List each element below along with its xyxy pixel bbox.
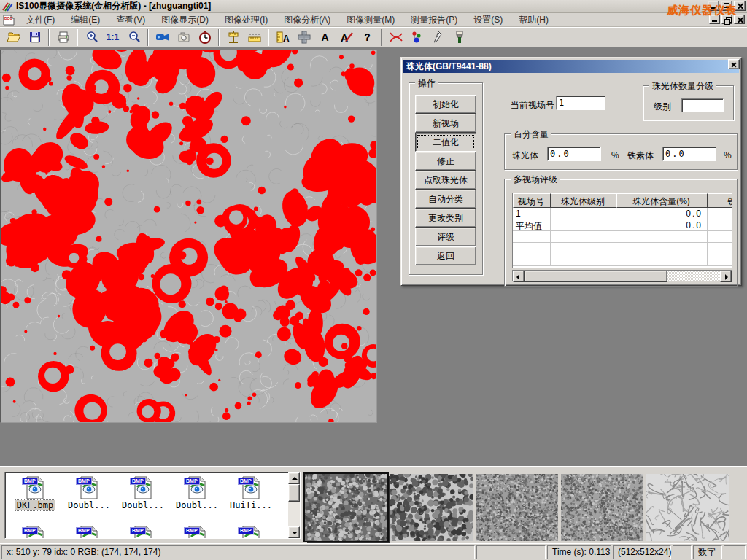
- scroll-down-button[interactable]: [288, 526, 300, 538]
- table-row[interactable]: [513, 254, 732, 266]
- open-button[interactable]: [4, 28, 23, 47]
- actual-size-button[interactable]: 1:1: [103, 28, 123, 47]
- merge-grid-button[interactable]: [294, 28, 314, 47]
- grading-group-label: 珠光体数量分级: [649, 80, 716, 93]
- change-class-button[interactable]: 更改类别: [415, 209, 476, 228]
- scrollbar-thumb[interactable]: [525, 271, 667, 282]
- table-row[interactable]: [513, 243, 732, 254]
- zoom-out-button[interactable]: [124, 28, 144, 47]
- help-icon: ?: [364, 31, 371, 43]
- table-hscrollbar[interactable]: [512, 270, 732, 281]
- dialog-close-button[interactable]: [728, 59, 740, 69]
- file-item[interactable]: BMP: [116, 525, 170, 539]
- brush-icon: [452, 30, 467, 44]
- thumbnail[interactable]: [646, 474, 729, 541]
- current-field-input[interactable]: [556, 96, 605, 110]
- new-field-button[interactable]: 新视场: [415, 114, 476, 133]
- snapshot-button[interactable]: [174, 28, 193, 47]
- col-field-no: 视场号: [513, 193, 551, 208]
- scrollbar-thumb[interactable]: [288, 484, 300, 502]
- picker-pen-button[interactable]: [428, 28, 448, 47]
- print-button[interactable]: [53, 28, 73, 47]
- save-button[interactable]: [25, 28, 44, 47]
- table-row[interactable]: 1 0.0: [513, 208, 732, 219]
- scroll-left-button[interactable]: [513, 271, 525, 282]
- rating-table[interactable]: 视场号 珠光体级别 珠光体含量(%) 铁素体含量(%) 1 0.0 平均值 0.…: [512, 192, 732, 268]
- video-capture-button[interactable]: [152, 28, 172, 47]
- thumbnail[interactable]: [476, 474, 558, 541]
- file-item[interactable]: BMP Doubl...: [170, 475, 224, 510]
- zoom-in-button[interactable]: [82, 28, 101, 47]
- menu-file[interactable]: 文件(F): [18, 13, 63, 27]
- menu-measure-report[interactable]: 测量报告(P): [403, 13, 465, 27]
- ferrite-percent-input[interactable]: [662, 147, 716, 161]
- status-bar: x: 510 y: 79 idx: 0 RGB: (174, 174, 174)…: [0, 543, 747, 560]
- mdi-restore-button[interactable]: [721, 15, 732, 24]
- file-browser[interactable]: BMP DKF.bmp BMP Doubl... BMP Doubl...: [4, 472, 301, 539]
- menu-image-analysis[interactable]: 图像分析(A): [276, 13, 338, 27]
- bmp-file-icon: BMP: [185, 475, 209, 500]
- metallograph-binarized-image[interactable]: [1, 50, 376, 422]
- auto-classify-button[interactable]: 自动分类: [415, 190, 476, 209]
- mdi-close-button[interactable]: [734, 15, 745, 24]
- scroll-up-button[interactable]: [288, 472, 300, 484]
- bmp-file-icon: BMP: [131, 525, 155, 539]
- annotate-button[interactable]: A: [336, 28, 356, 47]
- menu-help[interactable]: 帮助(H): [511, 13, 557, 27]
- minimize-button[interactable]: [708, 1, 719, 11]
- file-name[interactable]: HuiTi...: [228, 500, 274, 510]
- return-button[interactable]: 返回: [415, 246, 476, 265]
- menu-view[interactable]: 查看(V): [108, 13, 153, 27]
- file-item[interactable]: BMP Doubl...: [116, 475, 170, 510]
- scrollbar-track[interactable]: [667, 271, 720, 281]
- dialog-title-bar[interactable]: 珠光体(GB/T9441-88): [403, 60, 739, 73]
- menu-image-process[interactable]: 图像处理(I): [217, 13, 276, 27]
- grade-input[interactable]: [681, 98, 724, 112]
- maximize-button[interactable]: [721, 1, 732, 11]
- file-item[interactable]: BMP Doubl...: [62, 475, 116, 510]
- bmp-badge: BMP: [184, 478, 200, 485]
- svg-text:A: A: [341, 32, 348, 44]
- measure-label-button[interactable]: A: [273, 28, 293, 47]
- zoom-out-icon: [127, 30, 142, 44]
- document-icon: DOC: [2, 14, 15, 26]
- arrow-down-icon: [292, 532, 298, 534]
- classify-button[interactable]: [407, 28, 427, 47]
- fill-brush-button[interactable]: [449, 28, 469, 47]
- file-name[interactable]: Doubl...: [66, 500, 112, 510]
- file-list-vscrollbar[interactable]: [288, 472, 300, 538]
- table-row[interactable]: 平均值 0.0: [513, 219, 732, 231]
- close-button[interactable]: [734, 1, 746, 11]
- menu-settings[interactable]: 设置(S): [465, 13, 511, 27]
- file-item[interactable]: BMP: [8, 525, 62, 539]
- file-name[interactable]: Doubl...: [120, 500, 166, 510]
- mdi-minimize-button[interactable]: [709, 15, 720, 24]
- thumbnail[interactable]: [561, 474, 643, 541]
- table-row[interactable]: [513, 231, 732, 243]
- height-gauge-button[interactable]: [223, 28, 243, 47]
- thumbnail-selected[interactable]: [305, 474, 387, 541]
- menu-image-display[interactable]: 图像显示(D): [153, 13, 217, 27]
- file-item[interactable]: BMP: [170, 525, 224, 539]
- file-name[interactable]: DKF.bmp: [15, 500, 55, 510]
- file-item[interactable]: BMP HuiTi...: [224, 475, 278, 510]
- file-item[interactable]: BMP: [62, 525, 116, 539]
- ruler-button[interactable]: [244, 28, 264, 47]
- thumbnail[interactable]: [390, 474, 473, 541]
- menu-image-measure[interactable]: 图像测量(M): [338, 13, 403, 27]
- pearlite-percent-input[interactable]: [547, 147, 601, 161]
- scroll-right-button[interactable]: [720, 271, 732, 282]
- help-button[interactable]: ?: [357, 28, 377, 47]
- curve-fit-button[interactable]: [386, 28, 406, 47]
- file-item[interactable]: BMP: [224, 525, 278, 539]
- menu-edit[interactable]: 编辑(E): [63, 13, 108, 27]
- initialize-button[interactable]: 初始化: [415, 95, 476, 114]
- correct-button[interactable]: 修正: [415, 152, 476, 171]
- rate-button[interactable]: 评级: [415, 228, 476, 246]
- text-tool-button[interactable]: A: [315, 28, 335, 47]
- file-item[interactable]: BMP DKF.bmp: [8, 475, 62, 510]
- binarize-button[interactable]: 二值化: [415, 133, 476, 152]
- file-name[interactable]: Doubl...: [174, 500, 220, 510]
- pick-pearlite-button[interactable]: 点取珠光体: [415, 171, 476, 190]
- timer-button[interactable]: [195, 28, 214, 47]
